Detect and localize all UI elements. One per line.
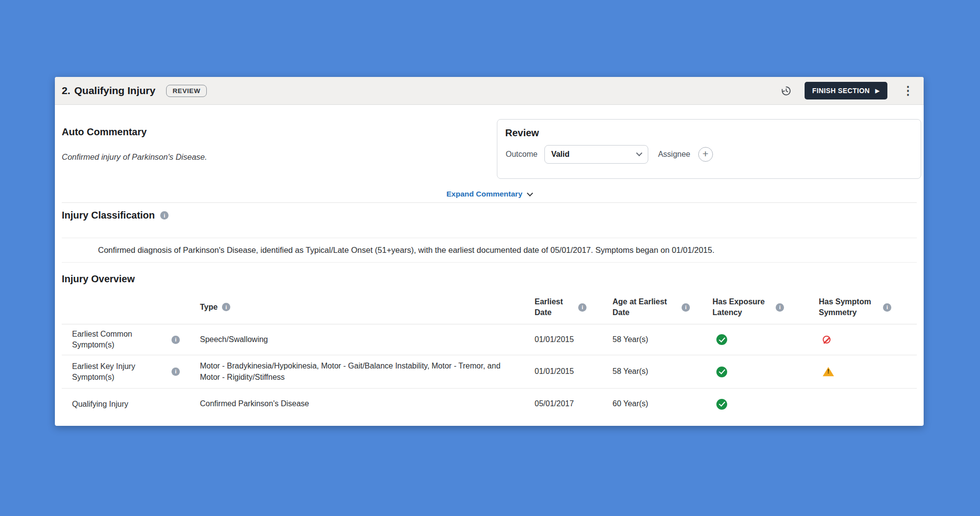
table-row: Qualifying Injury Confirmed Parkinson's … <box>62 389 917 419</box>
review-heading: Review <box>505 127 913 139</box>
check-circle-icon <box>716 367 727 377</box>
info-icon[interactable]: i <box>776 303 784 312</box>
type-cell: Motor - Bradykinesia/Hypokinesia, Motor … <box>200 361 535 383</box>
expand-commentary-link[interactable]: Expand Commentary <box>62 190 917 198</box>
injury-overview-heading: Injury Overview <box>62 273 917 285</box>
column-label: Has Symptom Symmetry <box>819 296 879 319</box>
warning-triangle-icon <box>823 367 834 377</box>
section-divider <box>62 202 917 203</box>
info-icon[interactable]: i <box>222 303 230 311</box>
assignee-label: Assignee <box>658 150 690 159</box>
row-label-cell: Qualifying Injury <box>62 399 200 410</box>
injury-classification-heading-row: Injury Classification i <box>62 210 917 221</box>
section-title-group: 2. Qualifying Injury REVIEW <box>62 85 207 97</box>
column-label: Earliest Date <box>535 296 574 319</box>
info-icon[interactable]: i <box>160 211 169 220</box>
table-header-row: Type i Earliest Date i Age at Earliest D… <box>62 291 917 324</box>
injury-classification-summary: Confirmed diagnosis of Parkinson's Disea… <box>62 238 917 263</box>
header-cell-earliest-date: Earliest Date i <box>535 296 612 319</box>
finish-section-label: FINISH SECTION <box>812 87 870 95</box>
header-cell-type: Type i <box>200 302 535 313</box>
row-label: Qualifying Injury <box>72 399 163 410</box>
row-label: Earliest Key Injury Symptom(s) <box>72 361 163 382</box>
section-number: 2. <box>62 85 71 97</box>
symptom-symmetry-cell <box>819 367 917 377</box>
table-row: Earliest Key Injury Symptom(s) i Motor -… <box>62 355 917 389</box>
play-arrow-icon: ▶ <box>875 88 880 94</box>
section-title-text: Qualifying Injury <box>74 85 156 97</box>
row-label-cell: Earliest Common Symptom(s) i <box>62 329 200 350</box>
age-cell: 58 Year(s) <box>612 334 712 345</box>
section-content: Auto Commentary Confirmed injury of Park… <box>55 105 924 426</box>
review-panel: Review Outcome Valid Assignee + <box>497 119 921 179</box>
earliest-date-cell: 01/01/2015 <box>535 334 612 345</box>
exposure-latency-cell <box>712 399 819 410</box>
outcome-select[interactable]: Valid <box>544 145 648 164</box>
page-title: 2. Qualifying Injury <box>62 85 155 97</box>
symptom-symmetry-cell <box>819 336 917 344</box>
info-icon[interactable]: i <box>172 336 180 344</box>
earliest-date-cell: 05/01/2017 <box>535 398 612 409</box>
info-icon[interactable]: i <box>682 303 690 312</box>
info-icon[interactable]: i <box>172 368 180 376</box>
row-label: Earliest Common Symptom(s) <box>72 329 163 350</box>
age-cell: 60 Year(s) <box>612 398 712 409</box>
earliest-date-cell: 01/01/2015 <box>535 366 612 377</box>
type-cell: Speech/Swallowing <box>200 334 535 345</box>
column-label: Has Exposure Latency <box>712 296 771 319</box>
exposure-latency-cell <box>712 367 819 377</box>
header-cell-symptom-symmetry: Has Symptom Symmetry i <box>819 296 917 319</box>
check-circle-icon <box>716 399 727 410</box>
prohibited-icon <box>823 336 831 344</box>
chevron-down-icon <box>636 150 642 156</box>
history-icon[interactable] <box>781 85 792 97</box>
age-cell: 58 Year(s) <box>612 366 712 377</box>
exposure-latency-cell <box>712 334 819 345</box>
column-label: Age at Earliest Date <box>612 296 677 319</box>
info-icon[interactable]: i <box>883 303 891 312</box>
expand-commentary-label: Expand Commentary <box>446 190 522 198</box>
desktop-background: 2. Qualifying Injury REVIEW FINISH SECTI… <box>0 0 980 516</box>
column-label: Type <box>200 302 218 313</box>
review-controls: Outcome Valid Assignee + <box>505 145 913 164</box>
finish-section-button[interactable]: FINISH SECTION ▶ <box>805 82 887 99</box>
injury-classification-heading: Injury Classification <box>62 210 155 221</box>
status-badge: REVIEW <box>166 85 207 97</box>
kebab-menu-icon[interactable]: ⋮ <box>900 85 916 97</box>
section-header: 2. Qualifying Injury REVIEW FINISH SECTI… <box>55 77 924 105</box>
chevron-down-icon <box>527 190 533 197</box>
assignee-group: Assignee + <box>658 147 713 162</box>
info-icon[interactable]: i <box>578 303 587 312</box>
injury-overview-table: Type i Earliest Date i Age at Earliest D… <box>62 291 917 419</box>
add-assignee-button[interactable]: + <box>698 147 713 162</box>
type-cell: Confirmed Parkinson's Disease <box>200 398 535 409</box>
header-cell-exposure-latency: Has Exposure Latency i <box>712 296 819 319</box>
table-row: Earliest Common Symptom(s) i Speech/Swal… <box>62 324 917 355</box>
header-actions: FINISH SECTION ▶ ⋮ <box>781 82 916 99</box>
outcome-label: Outcome <box>506 150 538 159</box>
outcome-value: Valid <box>551 150 569 159</box>
check-circle-icon <box>716 334 727 345</box>
qualifying-injury-panel: 2. Qualifying Injury REVIEW FINISH SECTI… <box>55 77 924 426</box>
row-label-cell: Earliest Key Injury Symptom(s) i <box>62 361 200 382</box>
header-cell-age: Age at Earliest Date i <box>612 296 712 319</box>
